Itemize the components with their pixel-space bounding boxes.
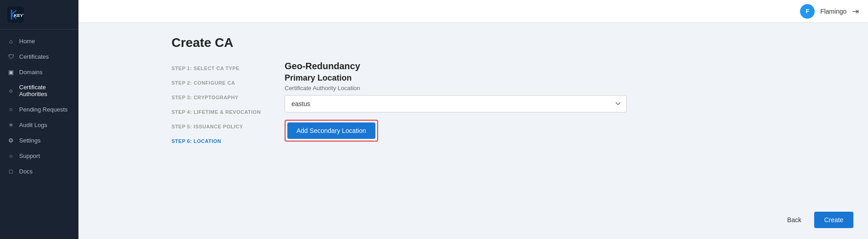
avatar: F: [800, 4, 815, 19]
sidebar-item-settings[interactable]: ⚙ Settings: [0, 132, 78, 148]
settings-icon: ⚙: [7, 137, 15, 144]
sidebar-nav: ⌂ Home 🛡 Certificates ▣ Domains ○ Certif…: [0, 30, 78, 239]
sidebar-item-audit-logs[interactable]: ≡ Audit Logs: [0, 117, 78, 132]
sidebar: KEYTOS ⌂ Home 🛡 Certificates ▣ Domains ○…: [0, 0, 78, 239]
pending-icon: ○: [7, 106, 15, 113]
location-select[interactable]: eastus westus eastus2 westus2 northeurop…: [285, 95, 627, 112]
step-3: Step 3: Cryptography: [172, 90, 263, 105]
sidebar-item-pending-requests[interactable]: ○ Pending Requests: [0, 102, 78, 117]
step-4: Step 4: Lifetime & Revocation: [172, 105, 263, 119]
section-sub-title: Primary Location: [285, 73, 627, 83]
step-1: Step 1: Select CA Type: [172, 61, 263, 76]
sidebar-label-docs: Docs: [19, 168, 33, 175]
form-panel: Geo-Redundancy Primary Location Certific…: [285, 61, 627, 153]
step-5: Step 5: Issuance Policy: [172, 119, 263, 134]
header: F Flamingo ⇥: [78, 0, 868, 23]
add-secondary-highlight: Add Secondary Location: [285, 120, 378, 142]
sidebar-item-docs[interactable]: □ Docs: [0, 163, 78, 179]
sidebar-item-support[interactable]: ○ Support: [0, 148, 78, 163]
main-content: Create CA Step 1: Select CA Type Step 2:…: [157, 23, 868, 239]
sidebar-label-settings: Settings: [19, 137, 41, 144]
ca-icon: ○: [7, 87, 15, 94]
sidebar-label-home: Home: [19, 38, 35, 45]
actions-row: Back Create: [780, 212, 853, 228]
logout-icon[interactable]: ⇥: [852, 6, 859, 16]
sidebar-label-support: Support: [19, 153, 40, 159]
field-label: Certificate Authority Location: [285, 85, 627, 92]
support-icon: ○: [7, 152, 15, 159]
steps-panel: Step 1: Select CA Type Step 2: Configure…: [172, 61, 263, 153]
step-6: Step 6: Location: [172, 134, 263, 148]
home-icon: ⌂: [7, 37, 15, 45]
certificate-icon: 🛡: [7, 53, 15, 60]
sidebar-label-pending: Pending Requests: [19, 106, 68, 113]
sidebar-label-certificates: Certificates: [19, 53, 49, 60]
sidebar-item-domains[interactable]: ▣ Domains: [0, 64, 78, 80]
section-main-title: Geo-Redundancy: [285, 61, 627, 71]
keytos-logo: KEYTOS: [7, 6, 24, 23]
sidebar-label-audit: Audit Logs: [19, 122, 47, 128]
user-name: Flamingo: [820, 8, 847, 15]
sidebar-item-certificate-authorities[interactable]: ○ Certificate Authorities: [0, 80, 78, 102]
audit-icon: ≡: [7, 121, 15, 128]
sidebar-label-domains: Domains: [19, 69, 42, 76]
sidebar-item-certificates[interactable]: 🛡 Certificates: [0, 49, 78, 64]
step-2: Step 2: Configure CA: [172, 76, 263, 90]
page-title: Create CA: [172, 36, 853, 50]
logo-area: KEYTOS: [0, 0, 78, 30]
sidebar-item-home[interactable]: ⌂ Home: [0, 33, 78, 49]
svg-text:KEYTOS: KEYTOS: [14, 13, 24, 18]
domain-icon: ▣: [7, 68, 15, 76]
back-button[interactable]: Back: [780, 213, 809, 227]
content-area: Step 1: Select CA Type Step 2: Configure…: [172, 61, 853, 153]
create-button[interactable]: Create: [814, 212, 853, 228]
add-secondary-location-button[interactable]: Add Secondary Location: [287, 122, 375, 139]
docs-icon: □: [7, 168, 15, 175]
sidebar-label-cas: Certificate Authorities: [19, 84, 71, 97]
